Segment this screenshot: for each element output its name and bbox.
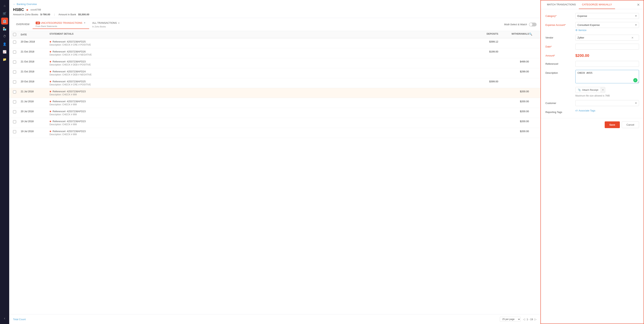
header-deposits: DEPOSITS: [468, 32, 498, 37]
description-control: CHECK #455 ✓: [575, 70, 639, 84]
nav-cart-icon[interactable]: 🛒: [1, 10, 8, 17]
feed-icon: ◉: [50, 60, 52, 63]
attach-receipt-button-group: 📎 Attach Receipt ▾: [575, 87, 605, 93]
row-ref: ◉ Reference#: 42537238AFD23: [50, 120, 468, 123]
row-ref: ◉ Reference#: 42537238AFD23: [50, 110, 468, 113]
row-date: 21 Oct 2018: [21, 70, 50, 73]
bank-amount-value: $5,500.00: [78, 13, 89, 16]
page-range: 1 - 19: [527, 318, 533, 321]
page-info: ◁ 1 - 19 ▷: [523, 318, 536, 321]
nav-chart-icon[interactable]: 📈: [1, 48, 8, 55]
attach-receipt-button[interactable]: 📎 Attach Receipt: [576, 87, 601, 93]
row-checkbox[interactable]: [13, 41, 16, 44]
row-details: ◉ Reference#: 42537238AFD25 Description:…: [50, 40, 468, 46]
customer-select[interactable]: [575, 100, 639, 106]
feed-icon: ◉: [50, 100, 52, 103]
date-input[interactable]: 21 Jul 2018: [575, 44, 639, 50]
row-deposit: $399.12: [468, 40, 498, 43]
bank-title: HSBC ◉ xxxx6789: [13, 7, 536, 12]
bank-account-number: xxxx6789: [30, 8, 41, 11]
row-date: 20 Dec 2018: [21, 40, 50, 43]
header-details: STATEMENT DETAILS: [50, 32, 468, 37]
nav-collapse-icon[interactable]: ‹: [1, 315, 8, 322]
tab-match-transactions[interactable]: MATCH TRANSACTIONS: [544, 0, 579, 9]
row-checkbox[interactable]: [13, 120, 16, 123]
all-tab-dropdown-btn[interactable]: ▾: [118, 22, 120, 24]
row-withdrawal: $200.00: [498, 120, 529, 123]
nav-bank-icon[interactable]: 🏦: [1, 18, 8, 24]
vendor-clear-button[interactable]: ✕: [631, 36, 634, 39]
row-checkbox[interactable]: [13, 51, 16, 54]
tab-uncategorized[interactable]: 19 UNCATEGORIZED TRANSACTIONS: [36, 21, 82, 24]
description-check-icon: ✓: [633, 78, 638, 82]
reporting-tags-label: Reporting Tags: [546, 109, 572, 114]
form-row-reporting-tags: Reporting Tags 🏷 Associate Tags: [546, 109, 639, 114]
category-select[interactable]: Expense Income Transfer: [575, 13, 639, 19]
tab-all-transactions[interactable]: ALL TRANSACTIONS: [92, 21, 117, 25]
row-desc: Description: CHECK # 999: [50, 93, 468, 96]
form-row-description: Description CHECK #455 ✓: [546, 70, 639, 84]
vendor-input[interactable]: [575, 35, 639, 41]
total-count-link[interactable]: Total Count: [13, 318, 26, 321]
attach-receipt-dropdown-button[interactable]: ▾: [601, 87, 605, 93]
vendor-label: Vendor: [546, 35, 572, 39]
form-row-date: Date* 21 Jul 2018: [546, 44, 639, 50]
row-desc: Description: CHECK # 999: [50, 123, 468, 126]
itemize-link[interactable]: ⚙ Itemize: [575, 29, 639, 32]
uncategorized-tab-dropdown-btn[interactable]: ▾: [84, 22, 86, 24]
nav-folder-icon[interactable]: 📁: [1, 56, 8, 63]
row-checkbox[interactable]: [13, 60, 16, 64]
next-page-button[interactable]: ▷: [534, 318, 536, 321]
row-checkbox[interactable]: [13, 110, 16, 113]
table-search-button[interactable]: 🔍: [529, 32, 532, 36]
row-checkbox[interactable]: [13, 100, 16, 103]
bank-name: HSBC: [13, 7, 24, 12]
table-row: 21 Oct 2018 ◉ Reference#: 42537238AFD26 …: [9, 48, 540, 58]
description-label: Description: [546, 70, 572, 74]
row-date: 19 Jul 2018: [21, 120, 50, 123]
pagination-area: 25 per page 50 per page 100 per page ◁ 1…: [500, 317, 536, 322]
row-desc: Description: CHECK # 999: [50, 113, 468, 116]
nav-user-icon[interactable]: 👤: [1, 41, 8, 47]
customer-label: Customer: [546, 100, 572, 105]
reference-label: Reference#: [546, 61, 572, 65]
panel-form: Category* Expense Income Transfer Expens…: [541, 9, 644, 117]
right-panel: MATCH TRANSACTIONS CATEGORIZE MANUALLY ✕…: [540, 0, 644, 324]
row-withdrawal: $200.00: [498, 130, 529, 133]
reference-input[interactable]: 42537238AFD23: [575, 61, 639, 67]
select-all-checkbox[interactable]: [13, 33, 16, 36]
tab-categorize-manually[interactable]: CATEGORIZE MANUALLY: [579, 0, 615, 9]
books-amount-value: $-790.00: [40, 13, 50, 16]
associate-tags-link[interactable]: 🏷 Associate Tags: [575, 109, 639, 112]
form-row-category: Category* Expense Income Transfer: [546, 13, 639, 19]
row-desc: Description: CHECK # CRE # POSITIVE: [50, 43, 468, 46]
row-checkbox[interactable]: [13, 130, 16, 133]
nav-clock-icon[interactable]: ⏱: [1, 33, 8, 40]
per-page-select[interactable]: 25 per page 50 per page 100 per page: [500, 317, 521, 322]
multi-select-toggle[interactable]: [529, 23, 536, 26]
itemize-icon: ⚙: [575, 29, 578, 32]
panel-close-button[interactable]: ✕: [636, 2, 640, 8]
transactions-table: DATE STATEMENT DETAILS DEPOSITS WITHDRAW…: [9, 31, 540, 314]
multi-select-label: Multi-Select & Match: [504, 23, 527, 26]
attach-icon: 📎: [578, 88, 581, 91]
tab-overview[interactable]: OVERVIEW: [13, 21, 32, 27]
expense-account-select[interactable]: Consultant Expense Office Expense Travel…: [575, 22, 639, 28]
table-row: 20 Dec 2018 ◉ Reference#: 42537238AFD25 …: [9, 38, 540, 48]
feed-icon: ◉: [50, 130, 52, 133]
row-ref: ◉ Reference#: 42537238AFD23: [50, 90, 468, 93]
save-button[interactable]: Save: [605, 121, 620, 128]
cancel-button[interactable]: Cancel: [622, 121, 639, 128]
nav-home-icon[interactable]: ⌂: [1, 2, 8, 9]
row-checkbox[interactable]: [13, 70, 16, 74]
feed-icon: ◉: [26, 8, 28, 11]
toolbar: OVERVIEW 19 UNCATEGORIZED TRANSACTIONS ▾…: [9, 18, 540, 31]
back-link[interactable]: ← Banking Overview: [13, 3, 536, 5]
prev-page-button[interactable]: ◁: [523, 318, 525, 321]
multi-select-area: Multi-Select & Match: [504, 23, 536, 26]
nav-shop-icon[interactable]: 🏪: [1, 25, 8, 32]
row-checkbox[interactable]: [13, 80, 16, 83]
row-checkbox[interactable]: [13, 90, 16, 93]
description-textarea[interactable]: CHECK #455: [575, 70, 639, 83]
header-checkbox-col: [13, 32, 21, 37]
